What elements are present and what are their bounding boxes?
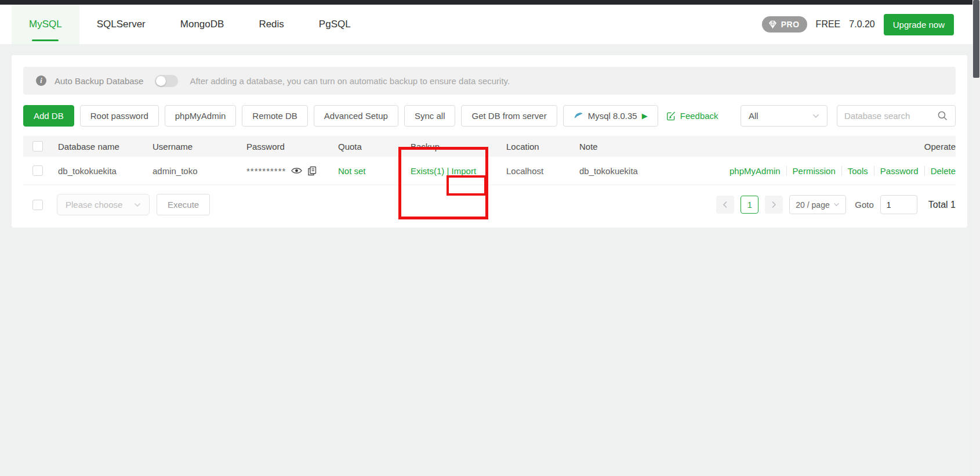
license-area: PRO FREE 7.0.20 Upgrade now <box>762 5 954 44</box>
pagination: 1 20 / page Goto Total 1 <box>716 195 956 214</box>
phpmyadmin-button[interactable]: phpMyAdmin <box>165 105 237 127</box>
cell-location: Localhost <box>506 166 579 176</box>
cell-database-name: db_tokokuekita <box>58 166 153 176</box>
sync-all-button[interactable]: Sync all <box>404 105 456 127</box>
db-type-tabs: MySQL SQLServer MongoDB Redis PgSQL <box>12 5 368 44</box>
chevron-left-icon <box>723 201 728 208</box>
op-tools-link[interactable]: Tools <box>841 166 874 176</box>
cell-note[interactable]: db_tokokuekita <box>579 166 724 176</box>
page-size-value: 20 / page <box>796 200 829 210</box>
diamond-icon <box>768 20 778 28</box>
prev-page-button[interactable] <box>716 196 734 214</box>
table-footer: Please choose Execute 1 20 / page <box>23 194 956 215</box>
cell-backup: Exists(1) | Import <box>411 166 506 176</box>
cell-password: ********** <box>246 166 338 176</box>
header-operate: Operate <box>924 142 956 152</box>
tab-pgsql[interactable]: PgSQL <box>302 5 368 44</box>
goto-page-input[interactable] <box>880 195 917 214</box>
backup-exists-link[interactable]: Exists(1) <box>411 166 444 176</box>
cell-operate: phpMyAdminPermissionToolsPasswordDelete <box>724 166 956 176</box>
execute-button[interactable]: Execute <box>157 194 210 215</box>
filter-select[interactable]: All <box>741 105 827 127</box>
auto-backup-description: After adding a database, you can turn on… <box>190 76 510 86</box>
bulk-action-select[interactable]: Please choose <box>57 194 150 215</box>
advanced-setup-button[interactable]: Advanced Setup <box>314 105 398 127</box>
select-all-checkbox[interactable] <box>32 141 43 152</box>
panel-version: 7.0.20 <box>849 19 874 30</box>
auto-backup-toggle[interactable] <box>155 75 178 87</box>
chevron-down-icon <box>134 203 141 207</box>
chevron-right-icon <box>771 201 776 208</box>
backup-import-link[interactable]: Import <box>452 166 477 176</box>
op-permission-link[interactable]: Permission <box>786 166 841 176</box>
page-size-select[interactable]: 20 / page <box>789 195 846 214</box>
filter-selected-value: All <box>749 111 758 121</box>
password-masked: ********** <box>246 166 286 176</box>
chevron-down-icon <box>812 114 819 118</box>
search-icon[interactable] <box>937 110 948 121</box>
header-password: Password <box>246 142 338 152</box>
header-note: Note <box>579 142 924 152</box>
remote-db-button[interactable]: Remote DB <box>242 105 308 127</box>
edit-note-icon <box>666 111 676 121</box>
op-phpmyadmin-link[interactable]: phpMyAdmin <box>724 166 786 176</box>
play-icon: ▶ <box>642 112 648 120</box>
database-search-input[interactable] <box>844 111 937 121</box>
toolbar-right-group: All <box>741 105 956 127</box>
page-scrollbar-thumb[interactable] <box>973 0 979 78</box>
footer-select-all-checkbox[interactable] <box>32 200 43 210</box>
header-location: Location <box>506 142 579 152</box>
root-password-button[interactable]: Root password <box>80 105 159 127</box>
database-panel-card: i Auto Backup Database After adding a da… <box>12 55 967 228</box>
pro-badge[interactable]: PRO <box>762 16 807 33</box>
chevron-down-icon <box>833 203 840 207</box>
upgrade-now-button[interactable]: Upgrade now <box>884 14 954 35</box>
bulk-action-placeholder: Please choose <box>66 200 122 210</box>
tab-mysql[interactable]: MySQL <box>12 5 79 44</box>
feedback-button[interactable]: Feedback <box>666 111 718 121</box>
toggle-knob <box>156 76 166 86</box>
table-row: db_tokokuekita admin_toko ********** <box>23 157 956 185</box>
total-count: Total 1 <box>928 200 956 210</box>
next-page-button[interactable] <box>765 196 783 214</box>
op-delete-link[interactable]: Delete <box>924 166 956 176</box>
database-search-box <box>837 105 956 127</box>
header-backup: Backup <box>411 142 506 152</box>
info-circle-icon: i <box>36 75 46 86</box>
get-db-from-server-button[interactable]: Get DB from server <box>461 105 557 127</box>
top-tab-bar: MySQL SQLServer MongoDB Redis PgSQL PRO … <box>0 5 972 44</box>
header-database-name: Database name <box>58 142 153 152</box>
current-page-button[interactable]: 1 <box>741 196 758 214</box>
database-table: Database name Username Password Quota Ba… <box>23 136 956 185</box>
quota-link[interactable]: Not set <box>338 166 366 176</box>
toolbar: Add DB Root password phpMyAdmin Remote D… <box>23 105 956 127</box>
feedback-label: Feedback <box>680 111 718 121</box>
add-db-button[interactable]: Add DB <box>23 105 74 127</box>
copy-icon[interactable] <box>307 166 317 176</box>
eye-icon[interactable] <box>291 167 302 175</box>
tab-sqlserver[interactable]: SQLServer <box>79 5 163 44</box>
auto-backup-label: Auto Backup Database <box>55 76 143 86</box>
row-checkbox[interactable] <box>32 165 43 176</box>
tab-mongodb[interactable]: MongoDB <box>163 5 242 44</box>
dolphin-icon <box>574 111 583 120</box>
mysql-version-label: Mysql 8.0.35 <box>588 111 637 121</box>
goto-label: Goto <box>855 200 874 210</box>
pro-badge-label: PRO <box>781 20 800 29</box>
plan-label: FREE <box>816 19 841 30</box>
header-quota: Quota <box>338 142 411 152</box>
mysql-version-button[interactable]: Mysql 8.0.35 ▶ <box>563 105 658 127</box>
table-header-row: Database name Username Password Quota Ba… <box>23 136 956 157</box>
tab-redis[interactable]: Redis <box>241 5 301 44</box>
page-scrollbar-track[interactable] <box>972 0 980 476</box>
window-top-bar <box>0 0 980 5</box>
op-password-link[interactable]: Password <box>874 166 924 176</box>
backup-separator: | <box>447 166 449 176</box>
cell-username: admin_toko <box>153 166 246 176</box>
header-username: Username <box>153 142 246 152</box>
auto-backup-banner: i Auto Backup Database After adding a da… <box>23 67 956 95</box>
